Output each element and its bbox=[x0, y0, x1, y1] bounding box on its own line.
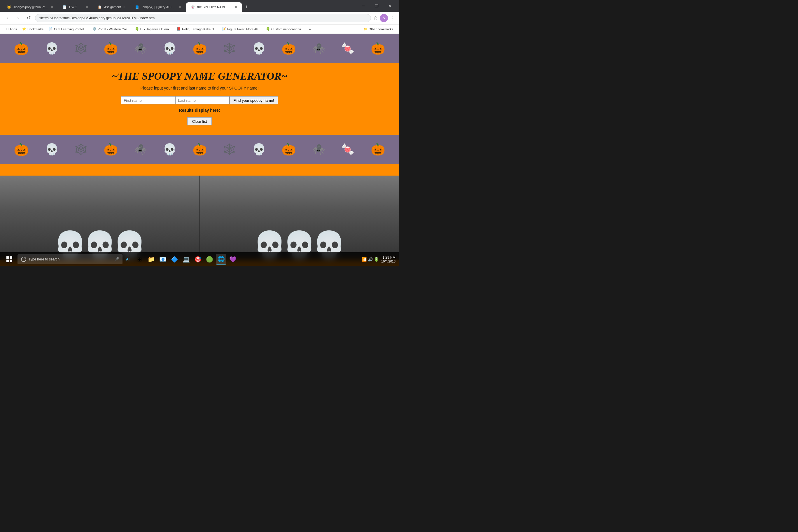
file-explorer-icon[interactable]: 📁 bbox=[146, 254, 156, 265]
clock-date: 10/4/2018 bbox=[381, 260, 396, 263]
address-input[interactable] bbox=[35, 14, 371, 22]
tab-3[interactable]: 📋 Assignment ✕ bbox=[93, 2, 130, 12]
tab-1-label: siphry/siphry.github.io: CS460 bbox=[14, 5, 49, 9]
bookmark-figure[interactable]: 📝 Figure Fixer: More Ab... bbox=[220, 26, 263, 32]
terminal-icon[interactable]: 💻 bbox=[181, 254, 191, 265]
ccj-icon: 📄 bbox=[49, 27, 53, 31]
page-title: ~THE SPOOPY NAME GENERATOR~ bbox=[5, 70, 394, 82]
back-button[interactable]: ‹ bbox=[3, 14, 12, 22]
bookmarks-star-icon: ⭐ bbox=[22, 27, 26, 31]
address-bar: ‹ › ↺ ☆ S ⋮ bbox=[0, 12, 399, 24]
bookmark-figure-label: Figure Fixer: More Ab... bbox=[227, 27, 261, 31]
bookmark-ccj-label: CCJ Learning Portfoli... bbox=[54, 27, 87, 31]
bookmark-hello[interactable]: 📕 Hello, Tamago Kake G... bbox=[174, 26, 219, 32]
bookmark-custom-label: Custom nendoroid fa... bbox=[271, 27, 304, 31]
custom-icon: 🍀 bbox=[266, 27, 270, 31]
other-bookmarks-icon: 📁 bbox=[363, 27, 367, 31]
system-clock[interactable]: 1:29 PM 10/4/2018 bbox=[381, 255, 396, 263]
tab-4-close[interactable]: ✕ bbox=[179, 5, 182, 9]
clock-time: 1:29 PM bbox=[381, 255, 396, 260]
minimize-button[interactable]: ─ bbox=[356, 0, 370, 12]
bookmark-apps-label: Apps bbox=[10, 27, 17, 31]
tab-3-label: Assignment bbox=[104, 5, 121, 9]
taskbar-right: 📶 🔊 🔋 1:29 PM 10/4/2018 bbox=[362, 255, 396, 263]
tab-5-close[interactable]: ✕ bbox=[234, 5, 237, 9]
volume-icon[interactable]: 🔊 bbox=[368, 257, 373, 262]
tab-1[interactable]: 🐱 siphry/siphry.github.io: CS460 ✕ bbox=[2, 2, 58, 12]
find-spoopy-name-button[interactable]: Find your spoopy name! bbox=[230, 96, 278, 104]
tab-4-label: .empty() | jQuery API Docume... bbox=[141, 5, 176, 9]
bookmark-portal[interactable]: 🛡️ Portal - Western Ore... bbox=[90, 26, 132, 32]
taskbar: Type here to search 🎤 Ai ⊞ 📁 📧 🔷 💻 🎯 🟢 🌐… bbox=[0, 252, 399, 266]
clear-list-button[interactable]: Clear list bbox=[187, 117, 212, 126]
apps-icon: ⊞ bbox=[6, 27, 8, 31]
bookmark-bookmarks-label: Bookmarks bbox=[27, 27, 43, 31]
tab-2[interactable]: 📄 HW 2 ✕ bbox=[58, 2, 93, 12]
taskbar-search[interactable]: Type here to search 🎤 bbox=[18, 254, 122, 264]
start-button[interactable] bbox=[3, 253, 15, 265]
restore-button[interactable]: ❐ bbox=[370, 0, 383, 12]
tab-4[interactable]: 📘 .empty() | jQuery API Docume... ✕ bbox=[130, 2, 186, 12]
close-button[interactable]: ✕ bbox=[383, 0, 397, 12]
portal-icon: 🛡️ bbox=[93, 27, 97, 31]
tab-5[interactable]: 👻 the SPOOPY NAME GENERATO... ✕ bbox=[186, 2, 242, 12]
bookmark-apps[interactable]: ⊞ Apps bbox=[3, 26, 19, 32]
new-tab-button[interactable]: + bbox=[242, 2, 251, 12]
forward-button[interactable]: › bbox=[14, 14, 22, 22]
mail-icon[interactable]: 📧 bbox=[157, 254, 168, 265]
chrome-icon[interactable]: 🌐 bbox=[216, 254, 226, 265]
diy-icon: 🍀 bbox=[135, 27, 139, 31]
battery-icon[interactable]: 🔋 bbox=[374, 257, 379, 262]
halloween-pattern-top: 🎃 💀 🕸️ 🎃 🕷️ 💀 🎃 🕸️ 💀 🎃 🕷️ 🍬 🎃 bbox=[0, 34, 399, 63]
tab-3-favicon: 📋 bbox=[98, 5, 102, 9]
app6-icon[interactable]: 🟢 bbox=[204, 254, 215, 265]
bookmark-ccj[interactable]: 📄 CCJ Learning Portfoli... bbox=[46, 26, 90, 32]
microphone-icon[interactable]: 🎤 bbox=[114, 257, 119, 262]
tab-2-favicon: 📄 bbox=[63, 5, 67, 9]
window-controls: ─ ❐ ✕ bbox=[356, 0, 397, 12]
search-placeholder-text: Type here to search bbox=[28, 257, 59, 261]
browser-frame: 🐱 siphry/siphry.github.io: CS460 ✕ 📄 HW … bbox=[0, 0, 399, 266]
tab-1-favicon: 🐱 bbox=[7, 5, 11, 9]
first-name-input[interactable] bbox=[121, 96, 175, 104]
tab-2-label: HW 2 bbox=[69, 5, 77, 9]
network-icon[interactable]: 📶 bbox=[362, 257, 367, 262]
bookmark-custom[interactable]: 🍀 Custom nendoroid fa... bbox=[264, 26, 306, 32]
discord-icon[interactable]: 💜 bbox=[228, 254, 238, 265]
profile-avatar[interactable]: S bbox=[380, 14, 388, 22]
tabs-bar: 🐱 siphry/siphry.github.io: CS460 ✕ 📄 HW … bbox=[0, 0, 399, 12]
browser-menu-icon[interactable]: ⋮ bbox=[390, 15, 396, 21]
bookmark-star-icon[interactable]: ☆ bbox=[373, 15, 377, 21]
app5-icon[interactable]: 🎯 bbox=[192, 254, 203, 265]
refresh-button[interactable]: ↺ bbox=[24, 14, 33, 22]
tab-2-close[interactable]: ✕ bbox=[86, 5, 88, 9]
system-tray-icons: 📶 🔊 🔋 bbox=[362, 257, 379, 262]
page-subtitle: Please input your first and last name to… bbox=[5, 86, 394, 90]
ai-label[interactable]: Ai bbox=[126, 257, 130, 261]
windows-icon bbox=[6, 256, 12, 262]
bookmark-diy[interactable]: 🍀 DIY Japanese Diora... bbox=[133, 26, 174, 32]
skeleton-panel-1: 💀 💀 💀 bbox=[0, 176, 200, 260]
tab-3-close[interactable]: ✕ bbox=[123, 5, 126, 9]
more-bookmarks-label: » bbox=[309, 27, 311, 31]
taskbar-pinned-items: ⊞ 📁 📧 🔷 💻 🎯 🟢 🌐 💜 bbox=[134, 254, 238, 265]
skeleton-section: 💀 💀 💀 💀 💀 💀 bbox=[0, 176, 399, 260]
bookmark-more[interactable]: » bbox=[306, 27, 313, 32]
taskview-icon[interactable]: ⊞ bbox=[134, 254, 145, 265]
last-name-input[interactable] bbox=[175, 96, 230, 104]
bookmark-portal-label: Portal - Western Ore... bbox=[98, 27, 130, 31]
vscode-icon[interactable]: 🔷 bbox=[169, 254, 180, 265]
results-label: Results display here: bbox=[5, 108, 394, 113]
search-circle-icon bbox=[21, 256, 26, 262]
hello-icon: 📕 bbox=[177, 27, 181, 31]
bookmark-hello-label: Hello, Tamago Kake G... bbox=[182, 27, 217, 31]
other-bookmarks[interactable]: 📁 Other bookmarks bbox=[361, 26, 396, 32]
other-bookmarks-label: Other bookmarks bbox=[369, 27, 393, 31]
tab-5-label: the SPOOPY NAME GENERATO... bbox=[197, 5, 232, 9]
bookmark-bookmarks[interactable]: ⭐ Bookmarks bbox=[20, 26, 46, 32]
bookmarks-bar: ⊞ Apps ⭐ Bookmarks 📄 CCJ Learning Portfo… bbox=[0, 24, 399, 34]
tab-1-close[interactable]: ✕ bbox=[51, 5, 53, 9]
content-area: 🎃 💀 🕸️ 🎃 🕷️ 💀 🎃 🕸️ 💀 🎃 🕷️ 🍬 🎃 ~THE SPOOP… bbox=[0, 34, 399, 266]
tabs-container: 🐱 siphry/siphry.github.io: CS460 ✕ 📄 HW … bbox=[2, 2, 356, 12]
tab-4-favicon: 📘 bbox=[135, 5, 139, 9]
